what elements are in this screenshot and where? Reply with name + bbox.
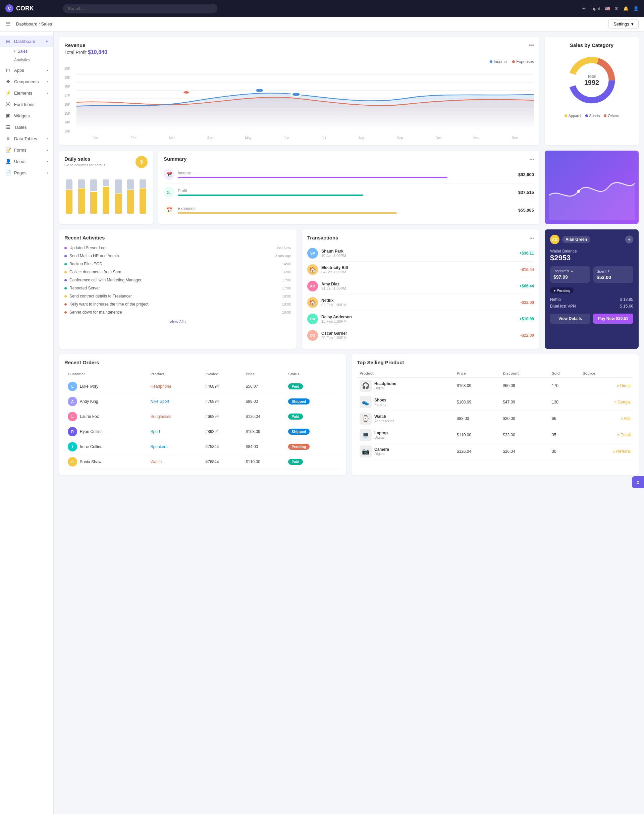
bar-4 xyxy=(101,173,111,214)
theme-icon[interactable]: ☀ xyxy=(582,6,586,11)
selling-sold-5: 30 xyxy=(549,443,580,460)
activity-text-5: Conference call with Marketing Manager. xyxy=(69,278,142,282)
activity-time-8: 19:00 xyxy=(282,302,291,306)
revenue-chart-area: 13K14K15K16K17K18K19K20K xyxy=(64,67,534,140)
invoice-1: #46894 xyxy=(202,379,242,394)
mail-icon[interactable]: ✉ xyxy=(615,6,618,11)
product-link-2[interactable]: Nike Sport xyxy=(150,399,169,404)
main-content: ••• Revenue Total Profit $10,840 Income … xyxy=(54,32,644,814)
product-cat-4: Digital xyxy=(374,435,388,439)
tx-avatar-ad: AD xyxy=(307,281,318,291)
selling-sold-2: 130 xyxy=(549,394,580,411)
view-all-button[interactable]: View All › xyxy=(64,316,291,324)
status-badge-2: Shipped xyxy=(288,399,309,405)
summary-card: Summary ••• 📅 Income $92,600 🏷 Profit xyxy=(158,150,539,224)
selling-source-3[interactable]: » Ads xyxy=(580,411,633,427)
pay-now-button[interactable]: Pay Now $29.51 xyxy=(593,314,633,323)
selling-discount-5: $26.04 xyxy=(500,443,549,460)
user-avatar[interactable]: 👤 xyxy=(633,6,639,11)
sidebar-label-users: Users xyxy=(14,159,26,164)
status-badge-3: Paid xyxy=(288,414,302,420)
top-navigation: C CORK ☀ Light 🇺🇸 ✉ 🔔 👤 xyxy=(0,0,644,17)
sidebar-item-pages[interactable]: 📄 Pages › xyxy=(0,167,53,178)
widgets-icon: ▣ xyxy=(5,113,11,118)
sidebar-item-apps[interactable]: ◻ Apps › xyxy=(0,64,53,76)
col-price: Price xyxy=(242,369,285,379)
profit-bar-wrap: Profit xyxy=(178,189,515,196)
selling-product-5: 📷CameraDigital xyxy=(360,445,451,457)
app-name: CORK xyxy=(16,5,34,12)
gear-settings-button[interactable]: ⚙ xyxy=(632,476,644,488)
sidebar-item-tables[interactable]: ☰ Tables xyxy=(0,121,53,133)
bar-3 xyxy=(89,173,99,214)
product-link-3[interactable]: Sunglasses xyxy=(150,414,172,419)
table-row: ⌚WatchAccessories $88.00 $20.00 66 » Ads xyxy=(357,411,633,427)
status-badge-5: Pending xyxy=(288,444,309,450)
sidebar-item-dashboard[interactable]: ⊞ Dashboard ▾ xyxy=(0,35,53,47)
menu-icon[interactable]: ☰ xyxy=(5,20,11,28)
price-6: $110.00 xyxy=(242,454,285,469)
search-input[interactable] xyxy=(63,4,217,14)
flag-icon[interactable]: 🇺🇸 xyxy=(605,6,610,11)
spent-chevron-icon: ▾ xyxy=(608,269,610,273)
wallet-actions: View Details Pay Now $29.51 xyxy=(550,314,633,323)
tx-info-da: Daisy Anderson 15 Feb 1:00PM xyxy=(321,314,516,323)
sidebar-item-elements[interactable]: ⚡ Elements › xyxy=(0,87,53,99)
topnav-right: ☀ Light 🇺🇸 ✉ 🔔 👤 xyxy=(582,6,639,11)
sidebar-item-font-icons[interactable]: Ⓐ Font Icons xyxy=(0,99,53,110)
product-link-6[interactable]: Watch xyxy=(150,460,162,464)
product-name-5: Camera xyxy=(374,447,389,452)
table-row: 🎧HeadphoneDigital $168.09 $60.09 170 » D… xyxy=(357,378,633,394)
sidebar-item-widgets[interactable]: ▣ Widgets xyxy=(0,110,53,121)
wallet-item-amount-1: $ 13.85 xyxy=(620,297,633,302)
activity-time-3: 14:00 xyxy=(282,262,291,266)
product-link-4[interactable]: Sport xyxy=(150,429,160,434)
product-img-3: ⌚ xyxy=(360,412,372,425)
product-cat-3: Accessories xyxy=(374,419,394,423)
col-product: Product xyxy=(147,369,202,379)
sidebar-item-forms[interactable]: 📝 Forms › xyxy=(0,144,53,156)
selling-source-1[interactable]: » Direct xyxy=(580,378,633,394)
view-details-button[interactable]: View Details xyxy=(550,314,590,323)
activity-4: Collect documents from Sara 16:00 xyxy=(64,268,291,276)
sidebar-sub-sales[interactable]: Sales xyxy=(14,47,53,56)
theme-label[interactable]: Light xyxy=(591,6,600,11)
total-profit: Total Profit $10,840 xyxy=(64,49,534,55)
selling-source-5[interactable]: » Referral xyxy=(580,443,633,460)
summary-more-button[interactable]: ••• xyxy=(529,157,534,162)
customer-name-3: Laurie Fox xyxy=(80,414,99,419)
selling-source-4[interactable]: » Email xyxy=(580,427,633,443)
sidebar-item-users[interactable]: 👤 Users › xyxy=(0,156,53,167)
sidebar-sub-analytics[interactable]: Analytics xyxy=(14,56,53,64)
sidebar-item-components[interactable]: ❖ Components › xyxy=(0,76,53,87)
order-avatar-2: A xyxy=(68,397,77,406)
sidebar-item-data-tables[interactable]: ≡ Data Tables › xyxy=(0,133,53,144)
wallet-add-button[interactable]: + xyxy=(625,235,633,244)
product-link-5[interactable]: Speakers xyxy=(150,445,168,449)
revenue-more-button[interactable]: ••• xyxy=(528,42,534,48)
tx-oscar: OG Oscar Garner 20 Feb 1:00PM -$22.00 xyxy=(307,327,534,343)
view-details-label: View Details xyxy=(558,316,582,321)
view-all-label: View All xyxy=(169,320,184,324)
product-link-1[interactable]: Headphone xyxy=(150,384,172,389)
wallet-user: AG Alan Green + xyxy=(550,235,633,244)
customer-cell-5: IIrene Collins xyxy=(68,442,144,451)
revenue-card: ••• Revenue Total Profit $10,840 Income … xyxy=(59,37,539,145)
wallet-item-amount-2: $ 15.66 xyxy=(620,304,633,308)
tx-amount-og: -$22.00 xyxy=(520,333,534,338)
price-3: $126.04 xyxy=(242,409,285,424)
activity-text-4: Collect documents from Sara xyxy=(69,270,121,274)
activities-title: Recent Activities xyxy=(64,235,291,241)
bell-icon[interactable]: 🔔 xyxy=(623,6,629,11)
selling-discount-4: $33.00 xyxy=(500,427,549,443)
top-selling-card: Top Selling Product Product Price Discou… xyxy=(351,354,639,475)
activity-text-7: Send contract details to Freelancer xyxy=(69,294,132,299)
income-icon: 📅 xyxy=(164,169,175,180)
selling-product-2: 👟ShoesFaishon xyxy=(360,396,451,408)
selling-source-2[interactable]: » Google xyxy=(580,394,633,411)
profit-bar xyxy=(178,195,363,196)
breadcrumb-bar: ☰ Dashboard / Sales Settings ▾ xyxy=(0,17,644,32)
transactions-more-button[interactable]: ••• xyxy=(529,236,534,241)
breadcrumb: Dashboard / Sales xyxy=(16,21,52,26)
settings-button[interactable]: Settings ▾ xyxy=(609,20,639,29)
